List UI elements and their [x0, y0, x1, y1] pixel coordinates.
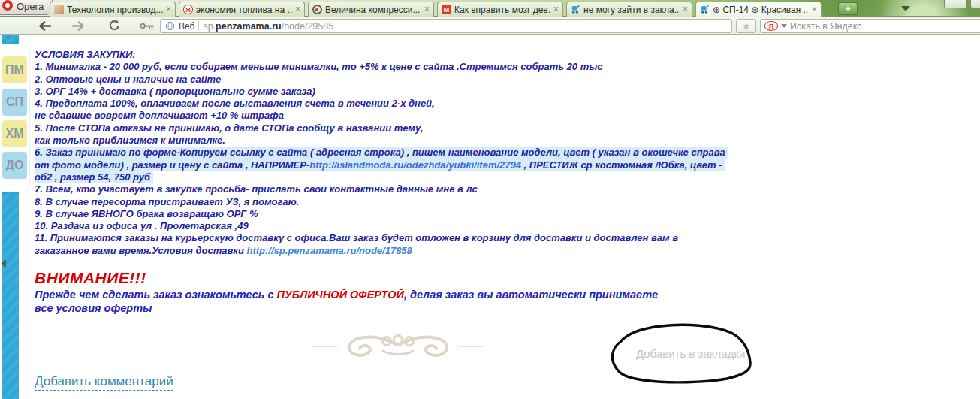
address-toolbar: Веб sp.penzamama.ru/node/29585 ★ Я [0, 17, 980, 35]
condition-item: 5. После СТОПа отказы не принимаю, о дат… [35, 122, 786, 135]
wand-button[interactable] [138, 20, 156, 32]
browser-tab-4[interactable]: M Как вправить мозг дев... × [437, 2, 563, 17]
condition-item-highlighted: от фото модели) , размер и цену с сайта … [35, 159, 725, 171]
address-separator [198, 21, 199, 31]
browser-tab-6-active[interactable]: ⊛ СП-14 ⊛ Красивая ... × [695, 2, 822, 17]
condition-item: 8. В случае пересорта пристраивает УЗ, я… [35, 196, 786, 208]
address-bar[interactable]: Веб sp.penzamama.ru/node/29585 [160, 19, 732, 33]
tab-close-icon[interactable]: × [424, 5, 430, 14]
page-content: ПМ СП ХМ ДО УСЛОВИЯ ЗАКУПКИ: 1. Минималк… [0, 35, 980, 399]
sidebar-tab-do[interactable]: ДО [2, 152, 27, 179]
condition-item: 1. Минималка - 20 000 руб, если собираем… [35, 61, 786, 73]
tab-label: не могу зайти в закла... [583, 5, 680, 15]
globe-icon [165, 21, 175, 31]
browser-tab-5[interactable]: не могу зайти в закла... × [566, 2, 692, 17]
tab-close-icon[interactable]: × [166, 5, 171, 14]
tab-close-icon[interactable]: × [683, 5, 688, 14]
condition-item: заказанное вами время.Условия доставки h… [35, 245, 786, 257]
tab-label: экономия топлива на ... [196, 5, 292, 15]
globe-favicon-icon [312, 5, 322, 14]
new-tab-button[interactable]: + [838, 2, 858, 15]
tab-close-icon[interactable]: × [553, 5, 559, 14]
tab-label: ⊛ СП-14 ⊛ Красивая ... [713, 5, 809, 15]
tab-list-dropdown-icon[interactable] [901, 6, 910, 11]
condition-item: не сдавшие вовремя доплачивают +10 % штр… [35, 110, 786, 122]
yandex-logo-icon: Я [764, 21, 778, 31]
back-arrow-icon [41, 22, 51, 29]
sidebar-panel: ПМ СП ХМ ДО [0, 44, 29, 192]
tab-bar: Opera Технология производ... × Я экономи… [0, 0, 980, 17]
sidebar-tab-hm[interactable]: ХМ [2, 120, 27, 147]
public-offer-text: ПУБЛИЧНОЙ ОФЕРТОЙ [277, 289, 404, 301]
search-bar[interactable]: Я [760, 19, 980, 33]
bookmark-star-button[interactable]: ★ [736, 19, 756, 33]
browser-tab-2[interactable]: Я экономия топлива на ... × [179, 2, 305, 17]
condition-item: 9. В случае ЯВНОГО брака возвращаю ОРГ % [35, 208, 786, 220]
sidebar-tab-pm[interactable]: ПМ [2, 56, 27, 83]
condition-item-highlighted: об2 , размер 54, 750 руб [35, 171, 153, 183]
stroller-favicon-icon [700, 5, 710, 14]
browser-tab-1[interactable]: Технология производ... × [50, 2, 176, 17]
opera-menu-label: Opera [17, 0, 44, 12]
condition-item: 4. Предоплата 100%, оплачиваем после выс… [35, 98, 786, 110]
tab-label: Как вправить мозг дев... [454, 5, 550, 15]
star-icon: ★ [742, 20, 751, 32]
panel-collapse-icon[interactable] [1, 260, 6, 268]
tab-label: Величина компресси... [325, 5, 421, 15]
minimize-button[interactable] [944, 0, 967, 8]
condition-item: 3. ОРГ 14% + доставка ( пропорционально … [35, 86, 786, 98]
forward-arrow-icon [73, 22, 83, 29]
forward-button[interactable] [70, 20, 88, 32]
url-text: sp.penzamama.ru/node/29585 [203, 21, 333, 32]
mail-m-favicon-icon: M [442, 5, 451, 14]
tab-close-icon[interactable]: × [295, 5, 300, 14]
sidebar-tab-sp[interactable]: СП [2, 89, 27, 116]
photo-favicon-icon [54, 5, 64, 14]
condition-item: как только приблизимся к минималке. [35, 135, 786, 147]
reload-button[interactable] [105, 20, 123, 32]
condition-item: 7. Всем, кто участвует в закупке просьба… [35, 183, 786, 195]
maximize-button[interactable] [970, 0, 980, 8]
search-engine-dropdown-icon[interactable] [781, 24, 787, 28]
yandex-favicon-icon: Я [183, 5, 193, 14]
back-button[interactable] [35, 20, 53, 32]
condition-item: 10. Раздача из офиса ул . Пролетарская ,… [35, 220, 786, 232]
delivery-terms-link[interactable]: http://sp.penzamama.ru/node/17858 [246, 245, 412, 256]
web-mode-label: Веб [179, 21, 194, 32]
search-input[interactable] [790, 21, 980, 32]
key-icon [140, 23, 145, 28]
tab-close-icon[interactable]: × [812, 5, 817, 14]
islandmoda-link[interactable]: http://islandmoda.ru/odezhda/yubki/item/… [309, 159, 521, 171]
hand-drawn-circle-annotation [601, 321, 758, 388]
condition-item: 11. Принимаются заказы на курьерскую дос… [35, 232, 786, 244]
stroller-favicon-icon [571, 5, 580, 14]
opera-logo-icon [2, 0, 13, 11]
attention-heading: ВНИМАНИЕ!!! [35, 269, 146, 287]
tab-label: Технология производ... [67, 5, 163, 15]
condition-item: 2. Оптовые цены и наличие на сайте [35, 74, 786, 86]
flourish-divider [312, 331, 484, 361]
browser-tab-3[interactable]: Величина компресси... × [308, 2, 434, 17]
offer-warning: Прежде чем сделать заказ ознакомьтесь с … [35, 289, 658, 315]
add-comment-link[interactable]: Добавить комментарий [35, 374, 173, 391]
opera-menu-button[interactable]: Opera [0, 0, 53, 15]
purchase-conditions: УСЛОВИЯ ЗАКУПКИ: 1. Минималка - 20 000 р… [35, 49, 786, 257]
condition-item-highlighted: 6. Заказ принимаю по форме-Копируем ссыл… [35, 147, 728, 159]
conditions-title: УСЛОВИЯ ЗАКУПКИ: [35, 49, 786, 61]
